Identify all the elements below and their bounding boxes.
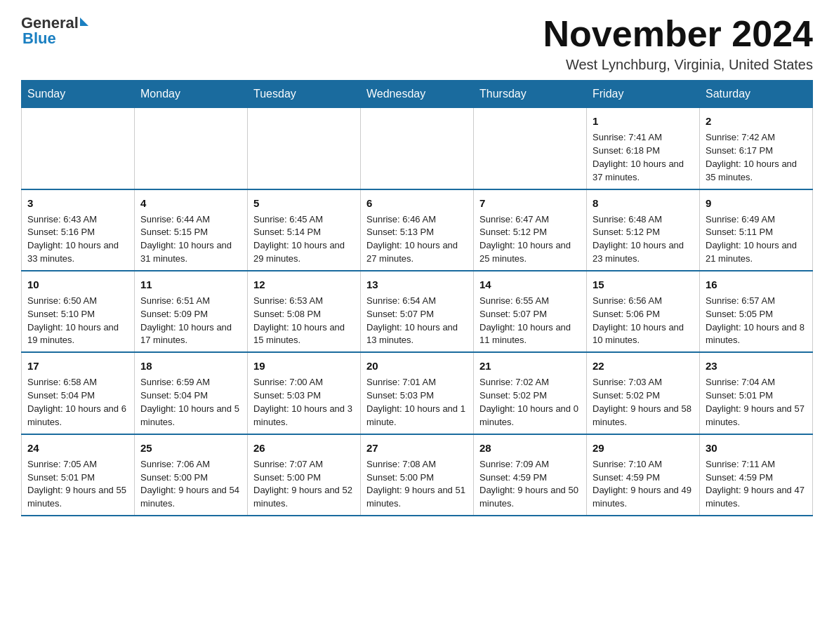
calendar-cell: 8Sunrise: 6:48 AM Sunset: 5:12 PM Daylig… (587, 189, 700, 271)
day-info: Sunrise: 7:08 AM Sunset: 5:00 PM Dayligh… (366, 458, 468, 511)
calendar-week-row: 1Sunrise: 7:41 AM Sunset: 6:18 PM Daylig… (22, 108, 813, 189)
day-info: Sunrise: 6:50 AM Sunset: 5:10 PM Dayligh… (27, 295, 128, 347)
title-area: November 2024 West Lynchburg, Virginia, … (543, 14, 813, 73)
col-header-thursday: Thursday (474, 81, 587, 108)
day-number: 9 (706, 196, 807, 210)
day-number: 25 (140, 441, 241, 455)
day-info: Sunrise: 6:46 AM Sunset: 5:13 PM Dayligh… (366, 213, 468, 266)
calendar-cell: 28Sunrise: 7:09 AM Sunset: 4:59 PM Dayli… (474, 434, 587, 516)
day-number: 21 (479, 358, 581, 373)
day-info: Sunrise: 7:09 AM Sunset: 4:59 PM Dayligh… (479, 458, 581, 511)
day-info: Sunrise: 7:03 AM Sunset: 5:02 PM Dayligh… (593, 376, 694, 429)
day-info: Sunrise: 6:54 AM Sunset: 5:07 PM Dayligh… (366, 295, 468, 347)
day-number: 11 (140, 277, 241, 292)
day-number: 17 (27, 358, 128, 373)
day-number: 23 (706, 358, 807, 373)
location-subtitle: West Lynchburg, Virginia, United States (543, 57, 813, 73)
calendar-cell: 10Sunrise: 6:50 AM Sunset: 5:10 PM Dayli… (22, 271, 135, 352)
calendar-table: SundayMondayTuesdayWednesdayThursdayFrid… (21, 80, 813, 516)
col-header-tuesday: Tuesday (248, 81, 361, 108)
day-info: Sunrise: 7:42 AM Sunset: 6:17 PM Dayligh… (706, 131, 807, 184)
day-info: Sunrise: 6:55 AM Sunset: 5:07 PM Dayligh… (479, 295, 581, 347)
calendar-cell: 5Sunrise: 6:45 AM Sunset: 5:14 PM Daylig… (248, 189, 361, 271)
day-info: Sunrise: 6:51 AM Sunset: 5:09 PM Dayligh… (140, 295, 241, 347)
day-info: Sunrise: 6:53 AM Sunset: 5:08 PM Dayligh… (253, 295, 355, 347)
day-number: 15 (593, 277, 694, 292)
day-info: Sunrise: 7:00 AM Sunset: 5:03 PM Dayligh… (253, 376, 355, 429)
calendar-cell: 17Sunrise: 6:58 AM Sunset: 5:04 PM Dayli… (22, 352, 135, 434)
day-info: Sunrise: 7:41 AM Sunset: 6:18 PM Dayligh… (593, 131, 694, 184)
day-info: Sunrise: 6:48 AM Sunset: 5:12 PM Dayligh… (593, 213, 694, 266)
calendar-cell (474, 108, 587, 189)
calendar-cell: 12Sunrise: 6:53 AM Sunset: 5:08 PM Dayli… (248, 271, 361, 352)
day-number: 4 (140, 196, 241, 210)
logo-triangle-icon (80, 18, 88, 26)
calendar-cell: 1Sunrise: 7:41 AM Sunset: 6:18 PM Daylig… (587, 108, 700, 189)
day-number: 30 (706, 441, 807, 455)
day-number: 16 (706, 277, 807, 292)
day-info: Sunrise: 7:05 AM Sunset: 5:01 PM Dayligh… (27, 458, 128, 511)
day-number: 26 (253, 441, 355, 455)
day-number: 20 (366, 358, 468, 373)
day-info: Sunrise: 7:10 AM Sunset: 4:59 PM Dayligh… (593, 458, 694, 511)
day-number: 19 (253, 358, 355, 373)
day-info: Sunrise: 7:04 AM Sunset: 5:01 PM Dayligh… (706, 376, 807, 429)
day-number: 5 (253, 196, 355, 210)
calendar-week-row: 3Sunrise: 6:43 AM Sunset: 5:16 PM Daylig… (22, 189, 813, 271)
day-number: 28 (479, 441, 581, 455)
calendar-cell (248, 108, 361, 189)
col-header-monday: Monday (135, 81, 248, 108)
day-info: Sunrise: 6:47 AM Sunset: 5:12 PM Dayligh… (479, 213, 581, 266)
calendar-cell: 27Sunrise: 7:08 AM Sunset: 5:00 PM Dayli… (361, 434, 474, 516)
day-info: Sunrise: 6:45 AM Sunset: 5:14 PM Dayligh… (253, 213, 355, 266)
day-info: Sunrise: 7:02 AM Sunset: 5:02 PM Dayligh… (479, 376, 581, 429)
day-info: Sunrise: 6:43 AM Sunset: 5:16 PM Dayligh… (27, 213, 128, 266)
day-info: Sunrise: 6:44 AM Sunset: 5:15 PM Dayligh… (140, 213, 241, 266)
col-header-wednesday: Wednesday (361, 81, 474, 108)
day-number: 10 (27, 277, 128, 292)
calendar-cell: 16Sunrise: 6:57 AM Sunset: 5:05 PM Dayli… (700, 271, 813, 352)
col-header-saturday: Saturday (700, 81, 813, 108)
day-info: Sunrise: 7:06 AM Sunset: 5:00 PM Dayligh… (140, 458, 241, 511)
logo: General Blue (21, 14, 88, 48)
calendar-cell: 2Sunrise: 7:42 AM Sunset: 6:17 PM Daylig… (700, 108, 813, 189)
calendar-cell: 21Sunrise: 7:02 AM Sunset: 5:02 PM Dayli… (474, 352, 587, 434)
calendar-cell: 26Sunrise: 7:07 AM Sunset: 5:00 PM Dayli… (248, 434, 361, 516)
calendar-cell: 4Sunrise: 6:44 AM Sunset: 5:15 PM Daylig… (135, 189, 248, 271)
day-number: 6 (366, 196, 468, 210)
day-number: 27 (366, 441, 468, 455)
day-info: Sunrise: 6:59 AM Sunset: 5:04 PM Dayligh… (140, 376, 241, 429)
day-number: 29 (593, 441, 694, 455)
col-header-friday: Friday (587, 81, 700, 108)
calendar-week-row: 10Sunrise: 6:50 AM Sunset: 5:10 PM Dayli… (22, 271, 813, 352)
page-header: General Blue November 2024 West Lynchbur… (21, 14, 813, 73)
calendar-cell: 25Sunrise: 7:06 AM Sunset: 5:00 PM Dayli… (135, 434, 248, 516)
day-info: Sunrise: 6:58 AM Sunset: 5:04 PM Dayligh… (27, 376, 128, 429)
logo-blue: Blue (21, 29, 56, 48)
day-number: 14 (479, 277, 581, 292)
calendar-cell: 13Sunrise: 6:54 AM Sunset: 5:07 PM Dayli… (361, 271, 474, 352)
calendar-cell: 6Sunrise: 6:46 AM Sunset: 5:13 PM Daylig… (361, 189, 474, 271)
calendar-cell (135, 108, 248, 189)
month-title: November 2024 (543, 14, 813, 54)
calendar-cell: 29Sunrise: 7:10 AM Sunset: 4:59 PM Dayli… (587, 434, 700, 516)
day-number: 7 (479, 196, 581, 210)
calendar-week-row: 24Sunrise: 7:05 AM Sunset: 5:01 PM Dayli… (22, 434, 813, 516)
day-number: 12 (253, 277, 355, 292)
day-info: Sunrise: 6:57 AM Sunset: 5:05 PM Dayligh… (706, 295, 807, 347)
day-info: Sunrise: 7:01 AM Sunset: 5:03 PM Dayligh… (366, 376, 468, 429)
calendar-cell: 9Sunrise: 6:49 AM Sunset: 5:11 PM Daylig… (700, 189, 813, 271)
calendar-cell: 14Sunrise: 6:55 AM Sunset: 5:07 PM Dayli… (474, 271, 587, 352)
calendar-cell: 18Sunrise: 6:59 AM Sunset: 5:04 PM Dayli… (135, 352, 248, 434)
calendar-cell: 11Sunrise: 6:51 AM Sunset: 5:09 PM Dayli… (135, 271, 248, 352)
calendar-cell: 22Sunrise: 7:03 AM Sunset: 5:02 PM Dayli… (587, 352, 700, 434)
calendar-cell (361, 108, 474, 189)
day-number: 22 (593, 358, 694, 373)
day-number: 8 (593, 196, 694, 210)
day-info: Sunrise: 6:49 AM Sunset: 5:11 PM Dayligh… (706, 213, 807, 266)
day-number: 3 (27, 196, 128, 210)
calendar-header-row: SundayMondayTuesdayWednesdayThursdayFrid… (22, 81, 813, 108)
calendar-cell: 24Sunrise: 7:05 AM Sunset: 5:01 PM Dayli… (22, 434, 135, 516)
day-number: 18 (140, 358, 241, 373)
day-info: Sunrise: 7:07 AM Sunset: 5:00 PM Dayligh… (253, 458, 355, 511)
